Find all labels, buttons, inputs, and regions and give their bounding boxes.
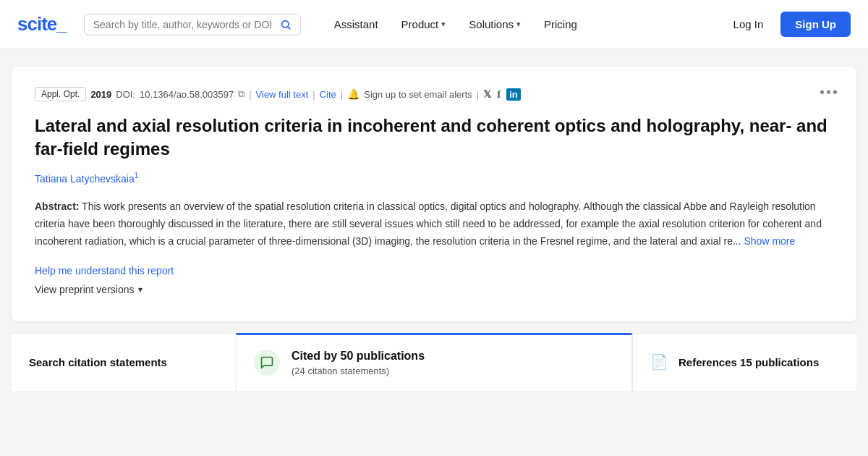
cited-by-title: Cited by 50 publications [292,349,614,364]
nav-item-pricing[interactable]: Pricing [534,12,587,36]
more-options-button[interactable]: ••• [820,84,839,101]
facebook-icon[interactable]: f [497,88,501,101]
linkedin-icon[interactable]: in [506,88,521,101]
references-label: References 15 publications [678,356,819,368]
signup-button[interactable]: Sign Up [780,12,851,37]
cite-link[interactable]: Cite [320,89,336,100]
abstract-label: Abstract: [35,200,79,212]
help-understand-link[interactable]: Help me understand this report [35,265,174,276]
search-citations-label: Search citation statements [29,356,167,368]
login-button[interactable]: Log In [722,12,775,36]
twitter-icon[interactable]: 𝕏 [483,88,491,100]
abstract-body: This work presents an overview of the sp… [35,200,822,247]
cited-by-sub: (24 citation statements) [292,366,614,376]
paper-title: Lateral and axial resolution criteria in… [35,114,833,161]
journal-badge: Appl. Opt. [35,87,86,101]
cited-by-panel[interactable]: Cited by 50 publications (24 citation st… [236,333,632,391]
alert-text: Sign up to set email alerts [364,89,472,100]
search-input[interactable] [93,19,280,30]
references-icon: 📄 [650,353,668,371]
svg-line-1 [288,27,290,29]
paper-doi: 10.1364/ao.58.003597 [140,89,234,100]
preprint-chevron-icon: ▾ [138,284,142,295]
paper-doi-label: DOI: [116,89,135,100]
paper-year: 2019 [90,89,111,100]
solutions-chevron-icon: ▾ [516,20,521,29]
copy-icon[interactable]: ⧉ [238,88,244,100]
references-panel[interactable]: 📄 References 15 publications [632,333,856,391]
show-more-link[interactable]: Show more [744,235,796,247]
search-button[interactable] [280,19,292,30]
main-content: ••• Appl. Opt. 2019 DOI: 10.1364/ao.58.0… [0,49,868,391]
nav-item-solutions[interactable]: Solutions ▾ [459,12,531,36]
bell-icon: 🔔 [347,88,359,100]
search-citations-panel: Search citation statements [12,333,236,391]
paper-meta: Appl. Opt. 2019 DOI: 10.1364/ao.58.00359… [35,87,833,101]
cited-by-icon [254,350,280,376]
navbar: scite_ Assistant Product ▾ Solutions ▾ P… [0,0,868,49]
nav-item-product[interactable]: Product ▾ [391,12,456,36]
product-chevron-icon: ▾ [441,20,446,29]
nav-item-assistant[interactable]: Assistant [324,12,388,36]
view-full-text-link[interactable]: View full text [256,89,309,100]
paper-abstract: Abstract: This work presents an overview… [35,198,833,250]
cited-by-main: Cited by 50 publications (24 citation st… [292,349,614,376]
search-bar [84,14,301,35]
logo-text: scite_ [17,13,67,35]
nav-links: Assistant Product ▾ Solutions ▾ Pricing [324,12,722,36]
social-icons: 𝕏 f in [483,88,521,101]
preprint-toggle[interactable]: View preprint versions ▾ [35,284,833,295]
logo[interactable]: scite_ [17,13,67,35]
paper-author[interactable]: Tatiana Latychevskaia1 [35,172,833,185]
preprint-label: View preprint versions [35,284,134,295]
paper-card: ••• Appl. Opt. 2019 DOI: 10.1364/ao.58.0… [12,67,856,321]
bottom-section: Search citation statements Cited by 50 p… [12,333,856,391]
